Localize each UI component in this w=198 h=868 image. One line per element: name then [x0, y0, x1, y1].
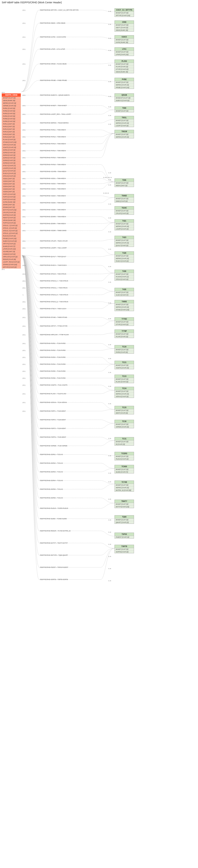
right-field-row: WERKS [CHAR (4)]	[115, 84, 134, 86]
edge-mult: 0..N	[108, 358, 111, 359]
right-field-row: WERKS [CHAR (4)]	[115, 257, 134, 260]
left-field-row: PAR06 [CHAR (6)]	[2, 120, 21, 123]
edge-label: /ISDFPS/CRHD-PRVBE = PVBE-PRVBE	[40, 80, 67, 81]
left-edge-mult: (0,1)	[23, 9, 25, 11]
left-edge-mult: (0,1)	[23, 325, 25, 327]
edge-mult: 0..N	[108, 231, 111, 232]
edge-path	[22, 182, 114, 184]
edge-path	[22, 255, 114, 335]
edge-mult: 0..N	[108, 438, 111, 439]
left-edge-mult: (0,1)	[23, 370, 25, 372]
right-table-box: T421MANDT [CLNT (3)]WERKS [CHAR (4)]LOGR…	[114, 219, 134, 230]
left-field-row: ZEIWM [UNIT (3)]	[2, 206, 21, 209]
edge-path	[22, 23, 114, 92]
left-edge-mult: (0,1)	[23, 36, 25, 38]
edge-mult: 0..N	[108, 281, 111, 283]
right-table-header: TC21	[115, 361, 134, 364]
right-field-row: RASCH [CHAR (2)]	[115, 260, 134, 262]
left-edge-mult: (0,1)	[23, 216, 25, 218]
right-table-header: T499S	[115, 300, 134, 303]
edge-label: /ISDFPS/CRHD-VGDIM = T006D-DIMID	[40, 230, 66, 231]
left-field-row: VERWE [CHAR (4)]	[2, 104, 21, 107]
right-table-box: LFA1MANDT [CLNT (3)]LIFNR [CHAR (10)]	[114, 48, 134, 56]
left-field-row: PAR04 [CHAR (6)]	[2, 115, 21, 118]
right-table-header: CRID	[115, 21, 134, 24]
edge-label: /ISDFPS/CRHD-HRTYP = T778O-OTYPE	[40, 325, 67, 327]
edge-path	[22, 255, 114, 489]
right-table-box: PVBEMANDT [CLNT (3)]WERKS [CHAR (4)]PRVB…	[114, 78, 134, 89]
edge-label: /ISDFPS/CRHD-LIFNR = LFA1-LIFNR	[40, 48, 65, 50]
right-table-box: T778PMANDT [CLNT (3)]PLVAR [CHAR (2)]	[114, 330, 134, 338]
right-table-box: T423MANDT [CLNT (3)]WERKS [CHAR (4)]QUAL…	[114, 236, 134, 247]
right-table-header: TSP03	[115, 533, 134, 536]
left-edge-mult: (0,1)	[23, 209, 25, 211]
right-table-box: T428MANDT [CLNT (3)]WERKS [CHAR (4)]RASC…	[114, 251, 134, 262]
edge-label: /ISDFPS/CRHD-STEUS_N = T430-STEUS	[40, 294, 68, 296]
right-table-header: PVBE	[115, 78, 134, 81]
right-field-row: MANDT [CLNT (3)]	[115, 63, 134, 65]
edge-label: /ISDFPS/CRHD-PARU1 = T006-MSEHI	[40, 129, 66, 131]
left-card-bot: (0,1)	[2, 269, 21, 270]
left-field-row: VGE04 [UNIT (3)]	[2, 185, 21, 188]
right-table-box: T006MANDT [CLNT (3)]MSEHI [UNIT (3)]	[114, 179, 134, 187]
edge-path	[22, 248, 114, 255]
right-field-row: WERKS [CHAR (4)]	[115, 306, 134, 309]
left-edge-mult: (0,1)	[23, 384, 25, 386]
edge-mult: 0..N	[108, 172, 111, 174]
left-edge-mult: (0,1)	[23, 188, 25, 190]
edge-path	[22, 105, 114, 110]
edge-path	[22, 255, 114, 304]
edge-label: /ISDFPS/CRHD-SNTYPE = TQ80-QMART	[40, 554, 68, 556]
right-field-row: MANDT [CLNT (3)]	[115, 239, 134, 242]
edge-path	[22, 81, 114, 92]
left-edge-mult: (0,1)	[23, 343, 25, 344]
left-edge-mult: (0,1)	[23, 195, 25, 197]
right-table-header: T423	[115, 236, 134, 239]
edge-path	[22, 255, 114, 281]
left-field-row: LOGRP [CHAR (3)]	[2, 167, 21, 169]
edges-svg	[0, 5, 198, 868]
edge-mult: 0..N	[108, 37, 111, 39]
right-table-header: T006	[115, 179, 134, 182]
edge-path	[22, 255, 114, 295]
edge-label: /ISDFPS/CRHD-STEUS = T430-STEUS	[40, 273, 66, 275]
edge-label: /ISDFPS/CRHD-ZGR03 = TC31-ID	[40, 471, 63, 473]
edge-mult: 0..N	[108, 50, 111, 51]
right-table-box: TC21MANDT [CLNT (3)]VGWTS [CHAR (4)]	[114, 361, 134, 369]
left-table-header: ISDFPS_CRHD	[2, 93, 21, 97]
left-field-row: PARU4 [UNIT (3)]	[2, 130, 21, 133]
edge-label: /ISDFPS/CRHD-HRPLVAR = T778P-PLVAR	[40, 334, 69, 336]
right-field-row: SUBSYS [CHAR (6)]	[115, 99, 134, 102]
left-field-row: RUZUS [CHAR (4)]	[2, 235, 21, 237]
left-field-row: PRVBE [CHAR (10)]	[2, 237, 21, 240]
left-field-row: ZGR02 [CHAR (3)]	[2, 151, 21, 154]
edge-label: /ISDFPS/CRHD-MANDT = T000-MANDT	[40, 105, 67, 106]
edge-mult: 0..N	[108, 179, 111, 181]
left-field-row: VERAN [CHAR (3)]	[2, 144, 21, 146]
left-edge-mult: (0,1)	[23, 334, 25, 336]
left-field-row: VGWTS [CHAR (4)]	[2, 146, 21, 149]
right-table-header: T006D	[115, 194, 134, 197]
right-table-header: TQ80	[115, 516, 134, 519]
left-field-row: MATYP [CHAR (10)]	[2, 209, 21, 211]
edge-label: /ISDFPS/CRHD-PAR05 = TC20-PARID	[40, 370, 66, 372]
edge-path	[22, 196, 114, 197]
right-field-row: MANDT [CLNT (3)]	[115, 197, 134, 200]
left-field-row: FORT3 [CHAR (6)]	[2, 198, 21, 201]
right-field-row: QMART [CHAR (2)]	[115, 521, 134, 524]
edge-label: /ISDFPS/CRHD-ZGR06 = TC31-ID	[40, 497, 63, 499]
edge-path	[22, 255, 114, 364]
left-field-row: PARU6 [UNIT (3)]	[2, 136, 21, 138]
edge-label: /ISDFPS/CRHD-PARU2 = T006-MSEHI	[40, 136, 66, 138]
right-field-row: RUZUS [CHAR (4)]	[115, 458, 134, 460]
edge-label: /ISDFPS/CRHD-HROID = PLOGI-OBJID	[40, 63, 67, 65]
edge-path	[22, 255, 114, 468]
left-edge-mult: (0,1)	[23, 143, 25, 145]
right-table-box: T001LMANDT [CLNT (3)]WERKS [CHAR (4)]LGO…	[114, 116, 134, 127]
right-field-row: WERKS [CHAR (4)]	[115, 487, 134, 489]
edge-mult: 0..N	[108, 568, 111, 569]
right-table-header: TCERS	[115, 452, 134, 455]
right-field-row: PARID [CHAR (6)]	[115, 351, 134, 353]
right-field-row: IDENT [CHAR (6)]	[115, 412, 134, 414]
left-field-row: WERKS [CHAR (4)]	[2, 102, 21, 104]
